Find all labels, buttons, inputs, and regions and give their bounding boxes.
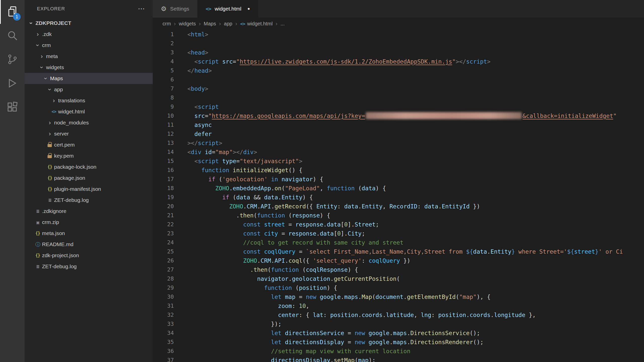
line-number: 7 xyxy=(153,84,174,93)
breadcrumb-separator-icon: › xyxy=(174,21,176,27)
code-line-36[interactable]: 36 //setting map view with current locat… xyxy=(153,347,644,356)
code-line-3[interactable]: 3<head> xyxy=(153,48,644,57)
explorer-more-actions-button[interactable]: ⋯ xyxy=(138,5,145,12)
activity-extensions-button[interactable] xyxy=(0,96,25,119)
code-text: const city = response.data[0].City; xyxy=(174,229,365,238)
code-line-25[interactable]: 25 const coqlQuery = `select First_Name,… xyxy=(153,247,644,256)
code-line-35[interactable]: 35 let directionsDisplay = new google.ma… xyxy=(153,338,644,347)
code-line-15[interactable]: 15 <script type="text/javascript"> xyxy=(153,157,644,166)
code-line-7[interactable]: 7<body> xyxy=(153,84,644,93)
code-text: ZOHO.CRM.API.coql({ 'select_query': coql… xyxy=(174,256,410,265)
tree-folder-crm[interactable]: ›crm xyxy=(25,40,153,51)
code-line-28[interactable]: 28 navigator.geolocation.getCurrentPosit… xyxy=(153,274,644,283)
code-line-23[interactable]: 23 const city = response.data[0].City; xyxy=(153,229,644,238)
code-line-33[interactable]: 33 }); xyxy=(153,320,644,329)
code-line-29[interactable]: 29 function (position) { xyxy=(153,283,644,292)
log-file-icon: ≡ xyxy=(34,208,41,214)
tree-file-cert.pem[interactable]: cert.pem xyxy=(25,139,153,150)
code-line-16[interactable]: 16 function initializeWidget() { xyxy=(153,166,644,175)
line-number: 34 xyxy=(153,329,174,338)
line-number: 1 xyxy=(153,30,174,39)
code-line-37[interactable]: 37 directionsDisplay.setMap(map); xyxy=(153,356,644,362)
code-line-13[interactable]: 13></script> xyxy=(153,139,644,148)
code-line-10[interactable]: 10 src="https://maps.googleapis.com/maps… xyxy=(153,111,644,120)
tree-file-zdk-project.json[interactable]: {}zdk-project.json xyxy=(25,250,153,261)
breadcrumb-item-widget.html[interactable]: <>widget.html xyxy=(240,21,273,27)
code-text: ></script> xyxy=(174,139,222,148)
tree-file-key.pem[interactable]: key.pem xyxy=(25,150,153,161)
code-line-5[interactable]: 5</head> xyxy=(153,66,644,75)
code-line-20[interactable]: 20 ZOHO.CRM.API.getRecord({ Entity: data… xyxy=(153,202,644,211)
code-line-21[interactable]: 21 .then(function (response) { xyxy=(153,211,644,220)
tree-item-label: translations xyxy=(58,98,85,104)
line-number: 6 xyxy=(153,75,174,84)
tree-file-plugin-manifest.json[interactable]: {}plugin-manifest.json xyxy=(25,184,153,195)
code-line-22[interactable]: 22 const street = response.data[0].Stree… xyxy=(153,220,644,229)
tree-folder-node_modules[interactable]: ›node_modules xyxy=(25,117,153,128)
chevron-right-icon: › xyxy=(47,130,53,137)
breadcrumb-item-crm[interactable]: crm xyxy=(163,21,171,27)
code-area[interactable]: 1<html>23<head>4 <script src="https://li… xyxy=(153,30,644,362)
breadcrumb-item-widgets[interactable]: widgets xyxy=(179,21,196,27)
code-line-14[interactable]: 14<div id="map"></div> xyxy=(153,148,644,157)
code-line-30[interactable]: 30 let map = new google.maps.Map(documen… xyxy=(153,292,644,301)
tree-file-ZET-debug.log[interactable]: ≡ZET-debug.log xyxy=(25,261,153,272)
activity-search-button[interactable] xyxy=(0,24,25,48)
code-line-12[interactable]: 12 defer xyxy=(153,129,644,139)
code-line-9[interactable]: 9 <script xyxy=(153,102,644,111)
tree-folder-app[interactable]: ›app xyxy=(25,84,153,95)
tree-folder-.zdk[interactable]: ›.zdk xyxy=(25,29,153,40)
tree-item-label: widgets xyxy=(46,64,64,70)
breadcrumb-item-app[interactable]: app xyxy=(224,21,232,27)
code-line-24[interactable]: 24 //coql to get record with same city a… xyxy=(153,238,644,247)
code-line-17[interactable]: 17 if ('geolocation' in navigator) { xyxy=(153,175,644,184)
activity-explorer-button[interactable]: 1 xyxy=(0,0,25,24)
breadcrumb-item-Maps[interactable]: Maps xyxy=(204,21,216,27)
code-line-6[interactable]: 6 xyxy=(153,75,644,84)
code-line-2[interactable]: 2 xyxy=(153,39,644,48)
breadcrumb-item-...[interactable]: ... xyxy=(280,21,285,27)
tree-file-.zdkignore[interactable]: ≡.zdkignore xyxy=(25,206,153,217)
tree-file-README.md[interactable]: ⓘREADME.md xyxy=(25,239,153,250)
activity-run-debug-button[interactable] xyxy=(0,72,25,96)
code-line-32[interactable]: 32 center: { lat: position.coords.latitu… xyxy=(153,310,644,320)
chevron-down-icon: › xyxy=(43,75,49,82)
code-line-8[interactable]: 8 xyxy=(153,93,644,102)
line-number: 19 xyxy=(153,193,174,202)
tree-folder-Maps[interactable]: ›Maps xyxy=(25,73,153,84)
tree-item-label: .zdkignore xyxy=(42,208,66,214)
code-line-19[interactable]: 19 if (data && data.Entity) { xyxy=(153,193,644,202)
tree-file-widget.html[interactable]: <>widget.html xyxy=(25,106,153,117)
tree-file-meta.json[interactable]: {}meta.json xyxy=(25,228,153,239)
line-number: 37 xyxy=(153,356,174,362)
lock-file-icon xyxy=(47,153,53,159)
tab-widget.html[interactable]: <>widget.html● xyxy=(197,0,258,18)
line-number: 13 xyxy=(153,139,174,148)
tree-folder-meta[interactable]: ›meta xyxy=(25,51,153,62)
log-file-icon: ≡ xyxy=(34,263,41,270)
code-line-18[interactable]: 18 ZOHO.embeddedApp.on("PageLoad", funct… xyxy=(153,184,644,193)
tree-folder-server[interactable]: ›server xyxy=(25,128,153,139)
redacted-api-key xyxy=(366,112,522,119)
line-number: 32 xyxy=(153,310,174,320)
code-text: ZOHO.CRM.API.getRecord({ Entity: data.En… xyxy=(174,202,480,211)
tree-file-package-lock.json[interactable]: {}package-lock.json xyxy=(25,161,153,172)
code-line-31[interactable]: 31 zoom: 10, xyxy=(153,301,644,310)
code-line-34[interactable]: 34 let directionsService = new google.ma… xyxy=(153,329,644,338)
source-control-icon xyxy=(6,53,18,66)
tree-folder-widgets[interactable]: ›widgets xyxy=(25,62,153,73)
tree-root-zdkproject[interactable]: › ZDKPROJECT xyxy=(25,18,153,29)
tree-folder-translations[interactable]: ›translations xyxy=(25,95,153,106)
code-line-11[interactable]: 11 async xyxy=(153,120,644,129)
activity-source-control-button[interactable] xyxy=(0,48,25,72)
unsaved-dot-icon[interactable]: ● xyxy=(248,6,250,11)
tree-file-ZET-debug.log[interactable]: ≡ZET-debug.log xyxy=(25,195,153,206)
code-line-27[interactable]: 27 .then(function (coqlResponse) { xyxy=(153,265,644,274)
tree-file-crm.zip[interactable]: ▣crm.zip xyxy=(25,217,153,228)
tab-Settings[interactable]: ⚙Settings xyxy=(153,0,197,18)
tree-file-package.json[interactable]: {}package.json xyxy=(25,172,153,184)
code-text: //setting map view with current location xyxy=(174,347,410,356)
code-line-4[interactable]: 4 <script src="https://live.zwidgets.com… xyxy=(153,57,644,66)
code-line-1[interactable]: 1<html> xyxy=(153,30,644,39)
code-line-26[interactable]: 26 ZOHO.CRM.API.coql({ 'select_query': c… xyxy=(153,256,644,265)
